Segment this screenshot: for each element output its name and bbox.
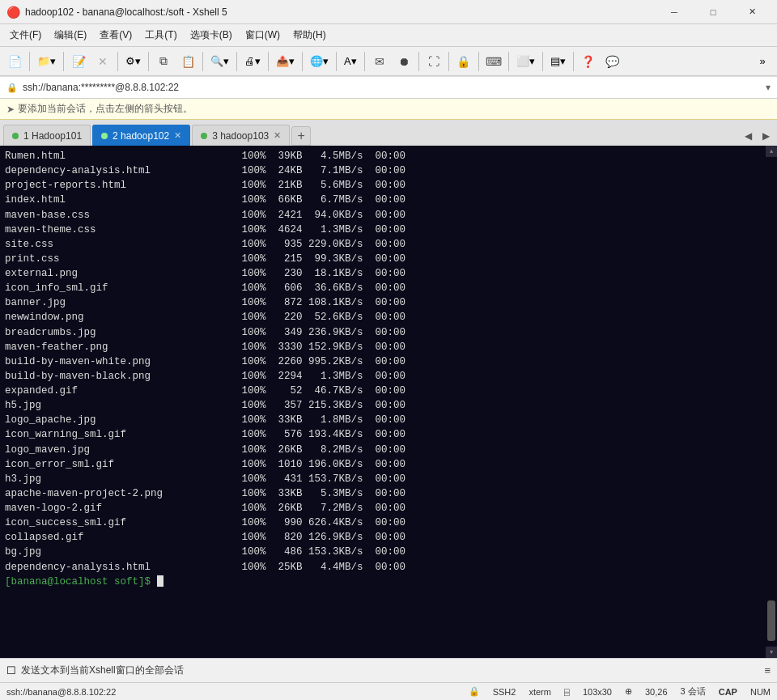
sep14 [508, 52, 509, 71]
layout-dropdown[interactable]: ▤▾ [546, 50, 570, 73]
menu-file[interactable]: 文件(F) [3, 26, 48, 45]
terminal-line: maven-theme.css 100% 4624 1.3MB/s 00:00 [5, 223, 764, 237]
terminal-line: newwindow.png 100% 220 52.6KB/s 00:00 [5, 310, 764, 325]
print-dropdown[interactable]: 🖨▾ [240, 50, 265, 73]
sep15 [542, 52, 543, 71]
sep6 [236, 52, 237, 71]
scroll-up-button[interactable]: ▲ [766, 146, 777, 157]
terminal-line: external.png 100% 230 18.1KB/s 00:00 [5, 266, 764, 281]
tabbar: 1 Hadoop101 2 hadoop102 ✕ 3 hadoop103 ✕ … [0, 120, 777, 146]
status-cursor-icon: ⊕ [625, 686, 632, 697]
terminal-line: dependency-analysis.html 100% 25KB 4.4MB… [5, 560, 764, 575]
scroll-thumb[interactable] [767, 600, 775, 641]
tab-dot-2 [101, 133, 108, 139]
terminal-line: logo_maven.jpg 100% 26KB 8.2MB/s 00:00 [5, 443, 764, 457]
cursor-blink [157, 575, 163, 587]
paste-button[interactable]: 📋 [176, 50, 199, 73]
sep11 [418, 52, 419, 71]
menu-tools[interactable]: 工具(T) [138, 26, 183, 45]
sep13 [478, 52, 479, 71]
find-dropdown[interactable]: 🔍▾ [206, 50, 233, 73]
titlebar-left: 🔴 hadoop102 - banana@localhost:/soft - X… [6, 6, 227, 19]
terminal-line: banner.jpg 100% 872 108.1KB/s 00:00 [5, 295, 764, 310]
sep1 [29, 52, 30, 71]
fullscreen-button[interactable]: ⛶ [422, 50, 445, 73]
compose-button[interactable]: ✉ [368, 50, 391, 73]
tab-prev-button[interactable]: ◀ [740, 126, 756, 146]
toolbar-end-arrow[interactable]: » [751, 50, 774, 73]
tab-dot-1 [12, 133, 19, 139]
status-items: 🔒 SSH2 xterm ⌸ 103x30 ⊕ 30,26 3 会话 CAP N… [469, 685, 771, 698]
tab-close-3[interactable]: ✕ [274, 130, 281, 141]
sep8 [302, 52, 303, 71]
panel-dropdown[interactable]: ⬜▾ [512, 50, 539, 73]
infobar-arrow-icon: ➤ [6, 104, 15, 115]
titlebar-title: hadoop102 - banana@localhost:/soft - Xsh… [25, 6, 227, 18]
sep12 [448, 52, 449, 71]
scroll-down-button[interactable]: ▼ [766, 647, 777, 658]
help-button[interactable]: ❓ [577, 50, 600, 73]
broadcast-checkbox[interactable]: ☐ [6, 664, 16, 677]
script-button[interactable]: 📝 [67, 50, 90, 73]
copy-button[interactable]: ⧉ [152, 50, 175, 73]
terminal-line: site.css 100% 935 229.0KB/s 00:00 [5, 237, 764, 252]
sep16 [573, 52, 574, 71]
terminal-line: breadcrumbs.jpg 100% 349 236.9KB/s 00:00 [5, 325, 764, 340]
status-num: NUM [750, 687, 771, 697]
terminal-line: h3.jpg 100% 431 153.7KB/s 00:00 [5, 472, 764, 486]
sep7 [268, 52, 269, 71]
tab-next-button[interactable]: ▶ [758, 126, 774, 146]
sep4 [148, 52, 149, 71]
new-tab-button[interactable]: + [291, 126, 311, 146]
stop-button[interactable]: ✕ [91, 50, 114, 73]
tab-dot-3 [201, 133, 207, 139]
terminal-line: icon_error_sml.gif 100% 1010 196.0KB/s 0… [5, 457, 764, 472]
font-dropdown[interactable]: A▾ [340, 50, 361, 73]
addressbar: 🔒 ssh://banana:*********@8.8.8.102:22 ▾ [0, 76, 777, 99]
bottombar-menu-icon[interactable]: ≡ [764, 664, 771, 677]
terminal-line: build-by-maven-white.png 100% 2260 995.2… [5, 354, 764, 369]
macro-button[interactable]: ⏺ [393, 50, 415, 73]
bottombar-text: 发送文本到当前Xshell窗口的全部会话 [21, 664, 759, 677]
open-dropdown[interactable]: 📁▾ [33, 50, 60, 73]
maximize-button[interactable]: □ [694, 0, 732, 24]
titlebar: 🔴 hadoop102 - banana@localhost:/soft - X… [0, 0, 777, 24]
lock-button[interactable]: 🔒 [452, 50, 475, 73]
menu-view[interactable]: 查看(V) [93, 26, 138, 45]
sep10 [364, 52, 365, 71]
tab-label-3: 3 hadoop103 [212, 130, 269, 142]
settings-dropdown[interactable]: ⚙▾ [121, 50, 145, 73]
network-dropdown[interactable]: 🌐▾ [306, 50, 333, 73]
minimize-button[interactable]: ─ [656, 0, 693, 24]
menu-edit[interactable]: 编辑(E) [48, 26, 93, 45]
xftp-dropdown[interactable]: 📤▾ [272, 50, 299, 73]
sep3 [117, 52, 118, 71]
menu-tabs[interactable]: 选项卡(B) [184, 26, 239, 45]
chat-button[interactable]: 💬 [601, 50, 624, 73]
menu-help[interactable]: 帮助(H) [287, 26, 333, 45]
keyboard-button[interactable]: ⌨ [482, 50, 505, 73]
tab-hadoop101[interactable]: 1 Hadoop101 [3, 125, 91, 146]
addressbar-dropdown-icon[interactable]: ▾ [766, 82, 771, 93]
status-sessions: 3 会话 [681, 685, 706, 698]
menubar: 文件(F) 编辑(E) 查看(V) 工具(T) 选项卡(B) 窗口(W) 帮助(… [0, 24, 777, 47]
statusbar: ssh://banana@8.8.8.102:22 🔒 SSH2 xterm ⌸… [0, 682, 777, 700]
menu-window[interactable]: 窗口(W) [239, 26, 287, 45]
status-grid-icon: ⌸ [564, 687, 570, 697]
status-cursor: 30,26 [645, 687, 668, 697]
infobar: ➤ 要添加当前会话，点击左侧的箭头按钮。 [0, 99, 777, 120]
terminal-line: maven-base.css 100% 2421 94.0KB/s 00:00 [5, 208, 764, 223]
tab-label-2: 2 hadoop102 [113, 130, 169, 142]
toolbar: 📄 📁▾ 📝 ✕ ⚙▾ ⧉ 📋 🔍▾ 🖨▾ 📤▾ 🌐▾ A▾ ✉ ⏺ ⛶ 🔒 ⌨… [0, 47, 777, 76]
infobar-text: 要添加当前会话，点击左侧的箭头按钮。 [18, 102, 193, 116]
terminal-line: expanded.gif 100% 52 46.7KB/s 00:00 [5, 384, 764, 398]
close-button[interactable]: ✕ [733, 0, 771, 24]
terminal[interactable]: ▲ ▼ Rumen.html 100% 39KB 4.5MB/s 00:00de… [0, 146, 777, 658]
tab-hadoop102[interactable]: 2 hadoop102 ✕ [92, 125, 190, 146]
status-dimensions: 103x30 [583, 687, 612, 697]
tab-close-2[interactable]: ✕ [174, 130, 181, 141]
terminal-line: collapsed.gif 100% 820 126.9KB/s 00:00 [5, 530, 764, 545]
tab-hadoop103[interactable]: 3 hadoop103 ✕ [192, 125, 290, 146]
new-tab-button[interactable]: 📄 [3, 50, 26, 73]
ssh-address: ssh://banana:*********@8.8.8.102:22 [23, 82, 766, 93]
